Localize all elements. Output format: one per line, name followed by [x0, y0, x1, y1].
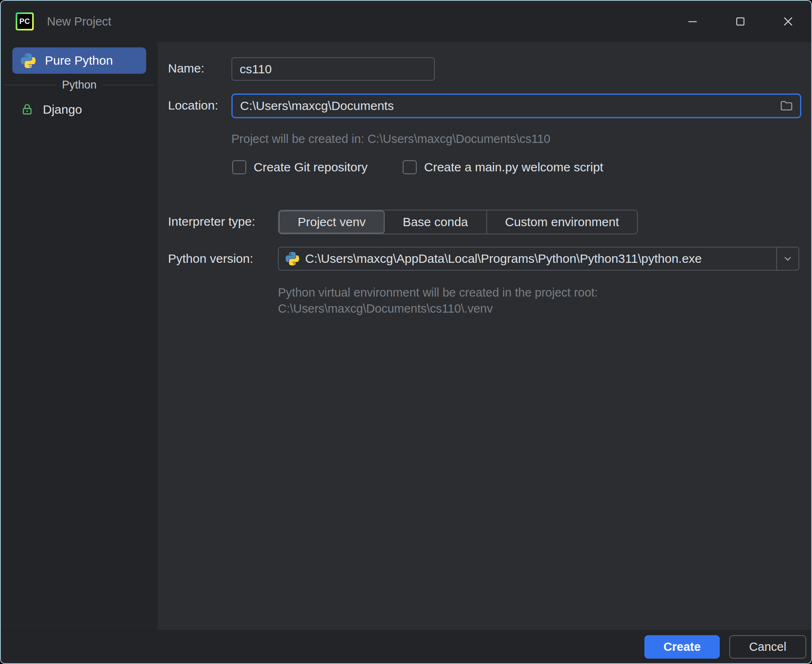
git-repo-checkbox-label: Create Git repository	[254, 160, 368, 174]
python-version-value: C:\Users\maxcg\AppData\Local\Programs\Py…	[305, 252, 776, 266]
sidebar-item-django[interactable]: Django	[12, 96, 146, 123]
python-version-select[interactable]: C:\Users\maxcg\AppData\Local\Programs\Py…	[278, 247, 799, 271]
section-divider-right	[103, 85, 154, 85]
maximize-icon	[734, 15, 747, 28]
sidebar-item-label: Django	[43, 103, 82, 117]
window-controls	[684, 12, 811, 30]
sidebar-item-label: Pure Python	[45, 54, 113, 68]
python-version-dropdown-button[interactable]	[776, 248, 798, 270]
name-input[interactable]	[232, 62, 434, 76]
name-label: Name:	[168, 61, 204, 75]
sidebar-section-python: Python	[4, 79, 154, 91]
git-repo-checkbox-group[interactable]: Create Git repository	[232, 160, 368, 174]
interpreter-type-label: Interpreter type:	[168, 215, 255, 229]
interpreter-type-segmented-control: Project venv Base conda Custom environme…	[278, 210, 638, 234]
sidebar-section-label: Python	[62, 79, 96, 91]
close-button[interactable]	[779, 12, 797, 30]
segment-custom-environment[interactable]: Custom environment	[486, 210, 637, 234]
new-project-form: Name: Location: Project will be created …	[158, 42, 811, 630]
name-field	[231, 57, 435, 81]
window-title: New Project	[47, 15, 111, 28]
segment-base-conda[interactable]: Base conda	[385, 210, 486, 234]
venv-hint-line1: Python virtual environment will be creat…	[278, 285, 598, 301]
location-label: Location:	[168, 98, 218, 112]
close-icon	[782, 15, 795, 28]
project-type-sidebar: Pure Python Python Django	[1, 42, 158, 630]
pycharm-logo-icon: PC	[16, 12, 34, 30]
minimize-button[interactable]	[684, 12, 702, 30]
python-version-label: Python version:	[168, 252, 253, 266]
sidebar-item-pure-python[interactable]: Pure Python	[12, 47, 146, 74]
location-field	[231, 94, 801, 118]
django-icon	[21, 103, 34, 116]
create-button[interactable]: Create	[644, 635, 720, 659]
cancel-button[interactable]: Cancel	[729, 635, 806, 659]
folder-icon	[779, 99, 793, 113]
maximize-button[interactable]	[731, 12, 749, 30]
git-repo-checkbox[interactable]	[232, 160, 246, 174]
python-icon	[285, 252, 299, 266]
section-divider-left	[4, 85, 56, 85]
venv-hint-line2: C:\Users\maxcg\Documents\cs110\.venv	[278, 301, 598, 317]
dialog-footer: Create Cancel	[1, 630, 811, 663]
venv-hint: Python virtual environment will be creat…	[278, 285, 598, 317]
minimize-icon	[686, 15, 699, 28]
python-icon	[21, 53, 36, 68]
location-input[interactable]	[233, 99, 779, 113]
chevron-down-icon	[782, 253, 793, 264]
location-hint: Project will be created in: C:\Users\max…	[231, 132, 551, 146]
browse-folder-button[interactable]	[779, 99, 793, 113]
segment-project-venv[interactable]: Project venv	[279, 210, 385, 234]
welcome-script-checkbox-label: Create a main.py welcome script	[424, 160, 603, 174]
welcome-script-checkbox[interactable]	[403, 160, 417, 174]
titlebar: PC New Project	[1, 1, 811, 42]
new-project-dialog: PC New Project Pure Python Python	[0, 0, 812, 664]
welcome-script-checkbox-group[interactable]: Create a main.py welcome script	[403, 160, 603, 174]
